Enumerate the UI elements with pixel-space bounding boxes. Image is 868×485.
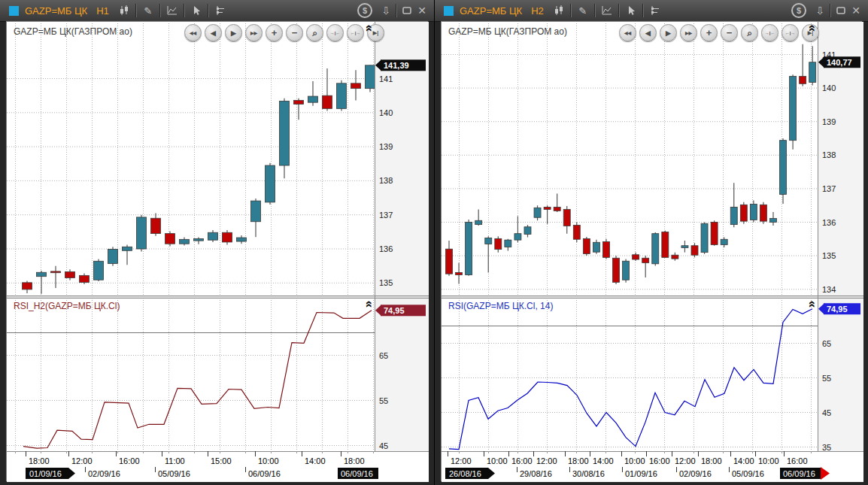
minimize-icon[interactable]	[833, 3, 848, 18]
close-icon[interactable]: ✕	[414, 3, 429, 18]
svg-text:12:00: 12:00	[675, 456, 696, 465]
svg-text:11:00: 11:00	[165, 456, 185, 465]
toolbar-separator	[396, 4, 397, 17]
svg-text:141: 141	[379, 74, 393, 83]
toolbar-separator	[184, 4, 185, 17]
zoom-select-button[interactable]: ⌕	[741, 24, 758, 41]
scroll-end-button[interactable]: ▶▶	[245, 24, 263, 41]
candles-chart-tool-icon[interactable]	[115, 3, 133, 18]
draw-tool-icon[interactable]: ✎	[139, 3, 157, 18]
collapse-rsi-pane-icon[interactable]: «	[808, 301, 818, 308]
toolbar-separator	[594, 4, 596, 17]
candles-chart-tool-icon[interactable]	[550, 3, 568, 18]
price-and-rsi-chart[interactable]: 141140139138137136135141,3965554574,9518…	[7, 22, 429, 482]
collapse-price-pane-icon[interactable]: «	[808, 25, 818, 32]
svg-text:15:00: 15:00	[211, 456, 232, 465]
svg-text:12:00: 12:00	[536, 456, 557, 465]
svg-text:65: 65	[822, 339, 831, 348]
svg-text:18:00: 18:00	[344, 456, 365, 465]
titlebar[interactable]: GAZP=МБ ЦК H1 ✎ $ ⇩ ✕	[0, 0, 434, 22]
svg-text:10:00: 10:00	[487, 456, 508, 465]
zoom-out-button[interactable]: −	[721, 24, 738, 41]
draw-tool-icon[interactable]: ✎	[574, 3, 592, 18]
zoom-in-button[interactable]: +	[266, 24, 283, 41]
svg-text:16:00: 16:00	[649, 456, 670, 465]
dollar-icon[interactable]: $	[791, 3, 806, 18]
toolbar-separator	[830, 4, 831, 17]
minimize-icon[interactable]	[399, 3, 414, 18]
svg-text:74,95: 74,95	[384, 306, 405, 315]
expand-scale-button[interactable]: ←|→	[347, 24, 364, 41]
indicator-tool-icon[interactable]	[163, 3, 181, 18]
levels-tool-icon[interactable]	[646, 3, 664, 18]
svg-text:12:00: 12:00	[71, 456, 93, 465]
svg-text:45: 45	[379, 441, 388, 450]
toolbar-separator	[135, 4, 137, 17]
svg-text:06/09/16: 06/09/16	[248, 469, 281, 478]
svg-text:136: 136	[822, 218, 836, 227]
svg-text:06/09/16: 06/09/16	[783, 469, 815, 478]
svg-text:136: 136	[379, 244, 393, 253]
svg-text:140,77: 140,77	[827, 58, 852, 67]
svg-text:140: 140	[822, 83, 836, 92]
scroll-start-button[interactable]: ◀◀	[184, 24, 202, 41]
svg-text:02/09/16: 02/09/16	[88, 469, 120, 478]
scroll-end-button[interactable]: ▶▶	[680, 24, 697, 41]
svg-text:18:00: 18:00	[568, 456, 589, 465]
instrument-label: GAZP=МБ ЦК(ГАЗПРОМ ао)	[448, 26, 567, 37]
scroll-left-button[interactable]: ◀	[205, 24, 222, 41]
chart-body: 141140139138137136135134140,776555453574…	[441, 21, 862, 481]
svg-text:55: 55	[822, 374, 831, 383]
zoom-in-button[interactable]: +	[700, 24, 718, 41]
indicator-tool-icon[interactable]	[598, 3, 616, 18]
svg-text:45: 45	[822, 408, 831, 417]
svg-text:05/09/16: 05/09/16	[158, 469, 190, 478]
timeframe-label: H1	[96, 5, 109, 17]
rsi-indicator-label: RSI_H2(GAZP=МБ ЦК.Cl)	[14, 301, 120, 311]
svg-text:10:00: 10:00	[758, 456, 779, 465]
chart-body: 141140139138137136135141,3965554574,9518…	[6, 21, 428, 481]
timeframe-label: H2	[531, 5, 544, 17]
cursor-tool-icon[interactable]	[622, 3, 640, 18]
svg-text:10:00: 10:00	[624, 456, 645, 465]
scroll-start-button[interactable]: ◀◀	[619, 24, 636, 41]
svg-text:135: 135	[822, 251, 836, 260]
svg-text:06/09/16: 06/09/16	[341, 469, 373, 478]
zoom-select-button[interactable]: ⌕	[306, 24, 323, 41]
svg-text:26/08/16: 26/08/16	[449, 469, 481, 478]
compress-scale-button[interactable]: →|←	[761, 24, 778, 41]
chart-window-h2: GAZP=МБ ЦК H2 ✎ $ ⇩ ✕ 141140139138137136…	[434, 0, 868, 485]
svg-text:16:00: 16:00	[511, 456, 533, 465]
svg-text:02/09/16: 02/09/16	[679, 469, 712, 478]
scroll-left-button[interactable]: ◀	[639, 24, 657, 41]
close-icon[interactable]: ✕	[848, 3, 863, 18]
scroll-right-button[interactable]: ▶	[660, 24, 677, 41]
zoom-out-button[interactable]: −	[286, 24, 303, 41]
price-and-rsi-chart[interactable]: 141140139138137136135134140,776555453574…	[442, 22, 863, 482]
svg-text:137: 137	[379, 211, 393, 220]
svg-text:134: 134	[822, 285, 836, 294]
toolbar-separator	[618, 4, 620, 17]
dollar-icon[interactable]: $	[357, 3, 372, 18]
levels-tool-icon[interactable]	[211, 3, 229, 18]
download-arrow-icon[interactable]: ⇩	[378, 3, 393, 18]
collapse-rsi-pane-icon[interactable]: «	[365, 301, 375, 308]
svg-text:01/09/16: 01/09/16	[625, 469, 657, 478]
scroll-right-button[interactable]: ▶	[225, 24, 242, 41]
window-title: GAZP=МБ ЦК	[25, 5, 87, 17]
cursor-tool-icon[interactable]	[187, 3, 205, 18]
svg-text:18:00: 18:00	[29, 456, 50, 465]
toolbar-separator	[159, 4, 161, 17]
svg-text:138: 138	[822, 150, 836, 159]
expand-scale-button[interactable]: ←|→	[782, 24, 799, 41]
download-arrow-icon[interactable]: ⇩	[812, 3, 827, 18]
svg-text:35: 35	[822, 443, 831, 452]
titlebar[interactable]: GAZP=МБ ЦК H2 ✎ $ ⇩ ✕	[435, 0, 868, 22]
collapse-price-pane-icon[interactable]: «	[365, 25, 375, 32]
svg-text:139: 139	[822, 117, 836, 126]
rsi-indicator-label: RSI(GAZP=МБ ЦК.Cl, 14)	[448, 301, 553, 311]
svg-text:29/08/16: 29/08/16	[520, 469, 552, 478]
compress-scale-button[interactable]: →|←	[326, 24, 344, 41]
svg-text:55: 55	[379, 396, 388, 405]
svg-text:14:00: 14:00	[733, 456, 754, 465]
